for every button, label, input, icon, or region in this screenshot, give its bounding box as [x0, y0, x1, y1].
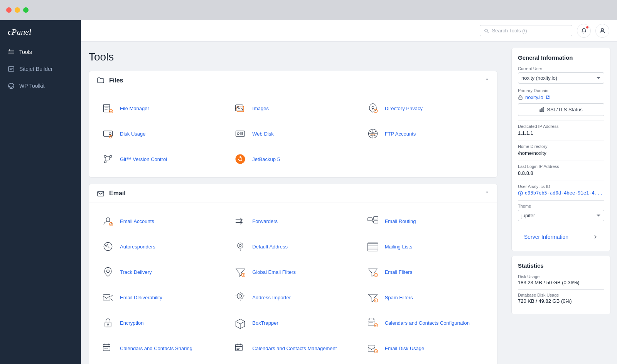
tool-email-deliverability[interactable]: Email Deliverability [95, 285, 226, 309]
sidebar-item-sitejet[interactable]: Sitejet Builder [0, 61, 81, 77]
primary-domain-link[interactable]: noxity.io [525, 94, 543, 100]
tool-global-filters[interactable]: Global Email Filters [228, 260, 358, 284]
wp-icon [8, 82, 15, 89]
tool-cal-config[interactable]: Calendars and Contacts Configuration [360, 311, 491, 335]
ssl-button-label: SSL/TLS Status [547, 107, 583, 112]
file-manager-icon [101, 101, 115, 116]
search-input[interactable] [492, 28, 568, 34]
sitejet-icon [8, 65, 15, 72]
ssl-button[interactable]: SSL/TLS Status [518, 103, 604, 116]
email-accounts-icon [101, 214, 115, 228]
tool-disk-usage[interactable]: Disk Usage [95, 122, 226, 146]
search-bar[interactable] [480, 25, 572, 36]
tool-email-disk-usage[interactable]: Email Disk Usage [360, 336, 491, 360]
tool-email-routing[interactable]: Email Routing [360, 209, 491, 233]
chart-icon [539, 107, 545, 112]
tool-address-importer[interactable]: Address Importer [228, 285, 358, 309]
general-info-card: General Information Current User noxity … [511, 48, 611, 251]
tool-ftp[interactable]: FTP FTP Accounts [360, 122, 491, 146]
email-section-header[interactable]: Email ⌃ [89, 184, 497, 203]
svg-rect-46 [103, 344, 110, 351]
tool-forwarders[interactable]: Forwarders [228, 209, 358, 233]
svg-rect-1 [8, 67, 14, 71]
tool-jetbackup[interactable]: JetBackup 5 [228, 147, 358, 171]
email-filters-label: Email Filters [385, 269, 413, 275]
git-icon [101, 152, 115, 166]
svg-rect-28 [373, 216, 378, 219]
tool-default-address[interactable]: Default Address [228, 235, 358, 258]
tool-mailing-lists[interactable]: Mailing Lists [360, 235, 491, 258]
directory-privacy-label: Directory Privacy [385, 106, 423, 111]
current-user-select[interactable]: noxity (noxity.io) [518, 72, 604, 84]
cal-management-icon [233, 341, 248, 356]
close-button[interactable] [6, 7, 12, 13]
analytics-row: User Analytics ID d93b7eb5-ad0d-4bee-91e… [518, 184, 604, 196]
disk-usage-stat-label: Disk Usage [518, 274, 604, 279]
sidebar-sitejet-label: Sitejet Builder [19, 66, 52, 72]
svg-point-5 [601, 29, 604, 31]
sidebar-item-tools[interactable]: Tools [0, 44, 81, 60]
tool-track-delivery[interactable]: Track Delivery [95, 260, 226, 284]
header [81, 20, 617, 42]
minimize-button[interactable] [15, 7, 20, 13]
last-login-label: Last Login IP Address [518, 164, 604, 169]
user-button[interactable] [595, 24, 609, 38]
tool-cal-sharing[interactable]: Calendars and Contacts Sharing [95, 336, 226, 360]
tool-directory-privacy[interactable]: Directory Privacy [360, 96, 491, 120]
tool-spam-filters[interactable]: ! Spam Filters [360, 285, 491, 309]
files-section-header[interactable]: Files ⌃ [89, 71, 497, 90]
lock-icon [518, 95, 523, 100]
web-disk-icon [233, 126, 248, 141]
sidebar-nav: Tools Sitejet Builder WP [0, 42, 81, 96]
disk-usage-stat: Disk Usage 183.23 MB / 50 GB (0.36%) [518, 274, 604, 285]
db-disk-stat: Database Disk Usage 720 KB / 49.82 GB (0… [518, 293, 604, 304]
server-information-row[interactable]: Server Information [518, 229, 604, 245]
current-user-label: Current User [518, 66, 604, 71]
maximize-button[interactable] [23, 7, 29, 13]
cal-sharing-icon [101, 341, 115, 356]
tool-email-filters[interactable]: Email Filters [360, 260, 491, 284]
tool-file-manager[interactable]: File Manager [95, 96, 226, 120]
tool-web-disk[interactable]: Web Disk [228, 122, 358, 146]
images-icon [233, 101, 248, 116]
default-address-icon [233, 239, 248, 254]
last-login-row: Last Login IP Address 8.8.8.8 [518, 164, 604, 176]
theme-label: Theme [518, 204, 604, 208]
db-disk-stat-value: 720 KB / 49.82 GB (0%) [518, 298, 604, 304]
tool-encryption[interactable]: Encryption [95, 311, 226, 335]
svg-point-38 [237, 293, 243, 299]
files-title: Files [109, 77, 123, 84]
mailing-lists-label: Mailing Lists [385, 244, 413, 250]
svg-point-31 [238, 243, 243, 248]
images-label: Images [252, 106, 269, 111]
svg-rect-6 [103, 104, 110, 112]
notifications-button[interactable] [577, 24, 591, 38]
analytics-label: User Analytics ID [518, 184, 604, 189]
disk-usage-stat-value: 183.23 MB / 50 GB (0.36%) [518, 280, 604, 285]
files-chevron: ⌃ [485, 77, 489, 84]
ftp-icon: FTP [366, 126, 380, 141]
sidebar-item-wptoolkit[interactable]: WP Toolkit [0, 78, 81, 94]
tool-images[interactable]: Images [228, 96, 358, 120]
svg-point-20 [104, 161, 106, 163]
statistics-card: Statistics Disk Usage 183.23 MB / 50 GB … [511, 256, 611, 314]
tool-autoresponders[interactable]: Autoresponders [95, 235, 226, 258]
current-user-row: Current User noxity (noxity.io) [518, 66, 604, 84]
mailing-lists-icon [366, 239, 380, 254]
svg-point-40 [374, 299, 378, 302]
email-disk-label: Email Disk Usage [385, 346, 425, 351]
tool-cal-management[interactable]: Calendars and Contacts Management [228, 336, 358, 360]
svg-point-2 [8, 83, 14, 89]
primary-domain-row: Primary Domain noxity.io SSL/TLS Status [518, 88, 604, 116]
page-title: Tools [89, 51, 497, 63]
tools-icon [8, 49, 15, 55]
theme-select[interactable]: jupiter [518, 210, 604, 221]
svg-text:FTP: FTP [370, 133, 375, 136]
tool-email-accounts[interactable]: Email Accounts [95, 209, 226, 233]
email-section: Email ⌃ Email Accounts [89, 184, 497, 364]
svg-point-34 [106, 270, 109, 273]
chevron-right-icon [593, 234, 598, 240]
spam-filters-icon: ! [366, 290, 380, 305]
tool-git[interactable]: Git™ Version Control [95, 147, 226, 171]
tool-boxtrapper[interactable]: BoxTrapper [228, 311, 358, 335]
